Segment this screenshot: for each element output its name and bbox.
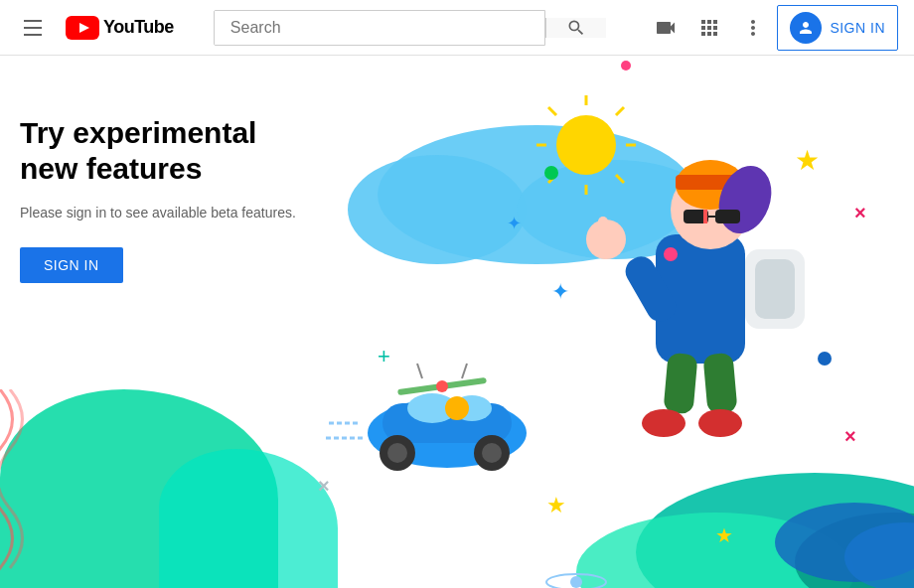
main-content: ★ ★ ★ + ✦ ✦ × × × Try experime — [0, 56, 914, 588]
svg-rect-41 — [663, 353, 697, 414]
sign-in-label: SIGN IN — [830, 20, 885, 36]
svg-point-21 — [482, 443, 502, 463]
video-camera-icon — [654, 16, 678, 40]
hamburger-menu-icon[interactable] — [16, 12, 50, 44]
svg-point-5 — [556, 115, 616, 175]
svg-point-43 — [642, 409, 686, 437]
svg-point-44 — [698, 409, 742, 437]
svg-rect-37 — [703, 210, 707, 223]
svg-point-61 — [544, 166, 558, 180]
text-section: Try experimental new features Please sig… — [20, 115, 308, 283]
user-icon — [797, 19, 815, 37]
svg-point-22 — [445, 396, 469, 420]
search-area — [214, 10, 607, 46]
svg-rect-35 — [715, 210, 740, 223]
svg-rect-40 — [598, 217, 608, 238]
svg-text:+: + — [378, 344, 390, 368]
headline: Try experimental new features — [20, 115, 308, 187]
wavy-decoration — [0, 389, 50, 588]
search-button[interactable] — [545, 18, 606, 38]
more-vert-icon — [741, 16, 765, 40]
svg-point-19 — [387, 443, 407, 463]
youtube-logo[interactable]: YouTube — [66, 16, 174, 40]
svg-line-26 — [462, 364, 467, 378]
svg-text:✦: ✦ — [507, 214, 522, 233]
svg-point-63 — [621, 61, 631, 71]
search-icon — [566, 18, 586, 38]
create-video-button[interactable] — [646, 8, 686, 48]
grid-icon — [697, 16, 721, 40]
user-avatar — [790, 12, 822, 44]
svg-rect-42 — [702, 353, 737, 414]
search-input[interactable] — [215, 11, 545, 45]
svg-line-25 — [417, 364, 422, 378]
subtitle: Please sign in to see available beta fea… — [20, 203, 308, 223]
svg-line-7 — [616, 107, 624, 115]
youtube-logo-icon — [66, 16, 99, 40]
svg-point-3 — [348, 155, 527, 264]
svg-point-69 — [570, 576, 582, 588]
hero-illustration: ★ ★ ★ + ✦ ✦ × × × — [219, 56, 914, 588]
more-options-button[interactable] — [733, 8, 773, 48]
header: YouTube — [0, 0, 914, 56]
svg-text:×: × — [854, 202, 866, 223]
svg-point-64 — [664, 247, 678, 261]
apps-button[interactable] — [689, 8, 729, 48]
youtube-wordmark: YouTube — [103, 17, 174, 38]
svg-text:×: × — [318, 475, 330, 497]
header-left: YouTube — [16, 12, 174, 44]
svg-text:✦: ✦ — [551, 279, 569, 304]
header-right: SIGN IN — [646, 5, 898, 51]
svg-text:×: × — [844, 425, 856, 447]
illustration-svg: ★ ★ ★ + ✦ ✦ × × × — [219, 56, 914, 588]
svg-line-10 — [548, 107, 556, 115]
svg-text:★: ★ — [795, 145, 820, 176]
svg-point-65 — [818, 352, 832, 366]
search-input-wrap — [214, 10, 546, 46]
svg-text:★: ★ — [715, 524, 733, 546]
svg-text:★: ★ — [546, 493, 566, 517]
svg-point-24 — [436, 380, 448, 392]
svg-rect-46 — [755, 259, 795, 319]
signin-cta-button[interactable]: SIGN IN — [20, 247, 123, 283]
sign-in-button[interactable]: SIGN IN — [777, 5, 898, 51]
